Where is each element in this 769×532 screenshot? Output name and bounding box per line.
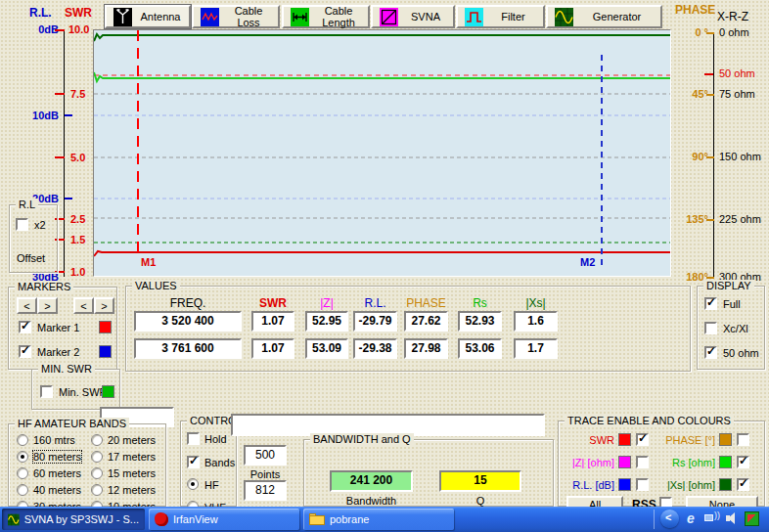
cable-length-button-label: Cable Length bbox=[316, 5, 361, 28]
marker1-rl-value: -29.79 bbox=[353, 311, 397, 332]
trace-xs-checkbox[interactable] bbox=[737, 478, 749, 491]
header-rs: Rs bbox=[458, 296, 502, 310]
trace-swr-checkbox[interactable] bbox=[636, 433, 649, 446]
q-value: 15 bbox=[439, 470, 521, 492]
min-swr-checkbox[interactable] bbox=[40, 385, 53, 398]
collapse-tray-button[interactable] bbox=[660, 510, 679, 528]
trace-swr-swatch[interactable] bbox=[618, 433, 631, 446]
ie-icon[interactable]: e bbox=[687, 510, 702, 526]
hold-checkbox[interactable] bbox=[187, 432, 200, 445]
trace-phase-swatch[interactable] bbox=[719, 433, 732, 446]
trace-rl-swatch[interactable] bbox=[618, 478, 631, 491]
marker1-label[interactable]: M1 bbox=[141, 256, 156, 268]
band-label-60m[interactable]: 60 meters bbox=[33, 467, 81, 479]
controls-group: CONTROLS Hold Bands HF VHF bbox=[180, 421, 237, 507]
trace-z-swatch[interactable] bbox=[618, 456, 631, 468]
trace-rs-checkbox[interactable] bbox=[737, 456, 749, 468]
display-full-label: Full bbox=[723, 298, 741, 310]
bands-label: Bands bbox=[204, 457, 235, 468]
marker1-prev-button[interactable]: < bbox=[17, 297, 37, 314]
cable-loss-button[interactable]: Cable Loss bbox=[192, 5, 280, 28]
volume-icon[interactable] bbox=[726, 512, 742, 528]
marker2-checkbox[interactable] bbox=[19, 345, 31, 358]
trace-z-checkbox[interactable] bbox=[636, 456, 649, 468]
network-icon[interactable]: )) bbox=[704, 512, 720, 528]
filter-button[interactable]: Filter bbox=[456, 5, 545, 28]
band-label-40m[interactable]: 40 meters bbox=[33, 484, 81, 496]
trace-xs-swatch[interactable] bbox=[719, 478, 732, 491]
marker2-swr-value: 1.07 bbox=[251, 338, 294, 359]
hf-radio[interactable] bbox=[187, 478, 199, 490]
marker2-z-value: 53.09 bbox=[305, 338, 348, 359]
trace-xs-label: |Xs| [ohm] bbox=[655, 479, 715, 491]
marker2-xs-value: 1.7 bbox=[514, 338, 558, 359]
points-field[interactable]: 500 bbox=[244, 445, 287, 466]
band-label-12m[interactable]: 12 meters bbox=[108, 484, 156, 496]
tray-app-icon[interactable] bbox=[745, 511, 759, 526]
band-radio-15m[interactable] bbox=[91, 467, 103, 479]
marker1-color-swatch[interactable] bbox=[99, 321, 112, 333]
phase-tick-mark bbox=[706, 219, 714, 221]
band-radio-20m[interactable] bbox=[91, 434, 103, 446]
cable-length-button[interactable]: Cable Length bbox=[282, 5, 370, 28]
band-radio-12m[interactable] bbox=[91, 484, 103, 496]
band-radio-60m[interactable] bbox=[17, 467, 28, 479]
marker2-next-button[interactable]: > bbox=[94, 297, 114, 314]
taskbar-task-irfanview[interactable]: IrfanView bbox=[149, 509, 299, 530]
rl-tick-10db: 10dB bbox=[18, 110, 59, 121]
marker1-checkbox[interactable] bbox=[19, 321, 31, 333]
antenna-button[interactable]: Antenna bbox=[105, 5, 191, 28]
left-axis-rl-title: R.L. bbox=[29, 6, 52, 20]
rl-offset-group: R.L x2 Offset bbox=[9, 204, 58, 273]
min-swr-color-swatch[interactable] bbox=[102, 385, 114, 398]
display-full-checkbox[interactable] bbox=[704, 297, 717, 310]
hf-label[interactable]: HF bbox=[204, 479, 219, 491]
display-xcxl-checkbox[interactable] bbox=[704, 322, 717, 334]
taskbar-task-svna[interactable]: SVNA by SP3SWJ - S... bbox=[2, 509, 145, 530]
band-radio-17m[interactable] bbox=[91, 451, 103, 463]
display-group-title: DISPLAY bbox=[703, 280, 754, 291]
marker2-prev-button[interactable]: < bbox=[73, 297, 94, 314]
rl-x2-checkbox[interactable] bbox=[16, 218, 28, 231]
marker1-rs-value: 52.93 bbox=[458, 311, 502, 332]
band-label-15m[interactable]: 15 meters bbox=[108, 467, 156, 479]
taskbar-task-pobrane[interactable]: pobrane bbox=[303, 509, 454, 530]
swr-tick-mark bbox=[55, 93, 65, 95]
rl-tick-0db: 0dB bbox=[18, 23, 59, 35]
swr-tick-5-0: 5.0 bbox=[70, 152, 85, 163]
band-label-20m[interactable]: 20 meters bbox=[108, 434, 156, 446]
generator-button[interactable]: Generator bbox=[546, 5, 662, 28]
band-label-160m[interactable]: 160 mtrs bbox=[33, 434, 75, 446]
rl-offset-group-title: R.L bbox=[16, 199, 38, 210]
min-swr-group-title: MIN. SWR bbox=[38, 363, 95, 375]
values-group-title: VALUES bbox=[132, 280, 180, 291]
band-radio-40m[interactable] bbox=[17, 484, 28, 496]
marker1-next-button[interactable]: > bbox=[37, 297, 58, 314]
swr-tick-1-0: 1.0 bbox=[70, 266, 85, 278]
bands-checkbox[interactable] bbox=[187, 456, 200, 468]
trace-rs-swatch[interactable] bbox=[719, 456, 732, 468]
svna-app-window: { "window": { "background": "#ECE9D8", "… bbox=[0, 0, 769, 532]
swr-tick-mark bbox=[55, 156, 65, 158]
marker2-rl-value: -29.38 bbox=[353, 338, 397, 359]
trace-phase-label: PHASE [°] bbox=[655, 434, 715, 446]
right-axis-line bbox=[713, 32, 714, 277]
display-50ohm-checkbox[interactable] bbox=[704, 346, 717, 359]
swr-tick-mark bbox=[55, 29, 65, 31]
band-label-80m[interactable]: 80 meters bbox=[33, 451, 81, 463]
band-radio-160m[interactable] bbox=[17, 434, 28, 446]
q-label: Q bbox=[439, 495, 521, 507]
chart-canvas bbox=[94, 30, 670, 276]
band-label-17m[interactable]: 17 meters bbox=[108, 451, 156, 463]
marker2-color-swatch[interactable] bbox=[99, 345, 112, 358]
phase-tick-mark bbox=[706, 277, 714, 279]
marker2-rs-value: 53.06 bbox=[458, 338, 502, 359]
svna-button[interactable]: SVNA bbox=[371, 5, 455, 28]
trace-rl-checkbox[interactable] bbox=[636, 478, 649, 491]
trace-phase-checkbox[interactable] bbox=[737, 433, 749, 446]
swr-tick-1-5: 1.5 bbox=[70, 234, 85, 245]
points-field-2[interactable]: 812 bbox=[244, 480, 287, 501]
band-radio-80m[interactable] bbox=[17, 451, 28, 463]
marker2-label[interactable]: M2 bbox=[580, 256, 595, 268]
cable-loss-icon bbox=[201, 8, 219, 26]
